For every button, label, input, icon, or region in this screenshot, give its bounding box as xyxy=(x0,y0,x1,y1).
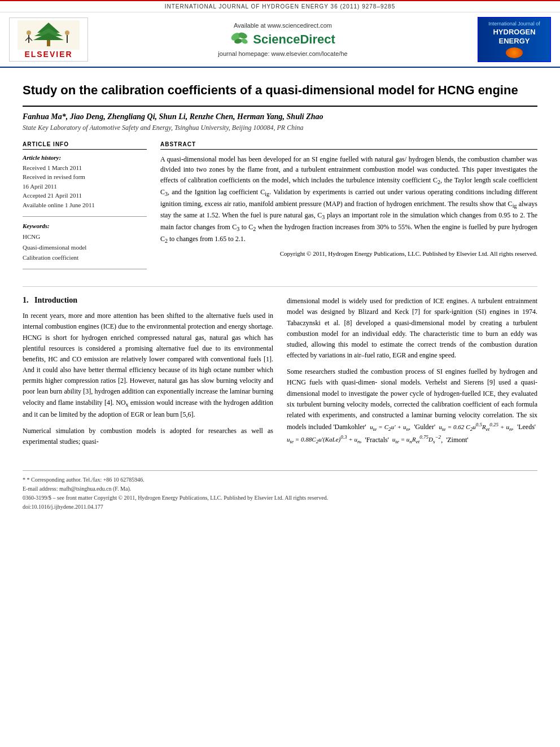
authors-line: Fanhua Ma*, Jiao Deng, Zhengliang Qi, Sh… xyxy=(23,112,537,121)
footnote-issn: 0360-3199/$ – see front matter Copyright… xyxy=(23,493,537,503)
intro-para3: dimensional model is widely used for pre… xyxy=(287,296,537,361)
body-left-column: 1. Introduction In recent years, more an… xyxy=(23,296,273,453)
section-number: 1. xyxy=(23,296,29,304)
elsevier-brand-name: ELSEVIER xyxy=(24,50,72,59)
abstract-label: ABSTRACT xyxy=(160,141,537,150)
article-history: Article history: Received 1 March 2011 R… xyxy=(23,154,147,210)
introduction-title: Introduction xyxy=(34,296,77,304)
elsevier-tree-illustration xyxy=(18,20,80,50)
abstract-text: A quasi-dimensional model has been devel… xyxy=(160,154,537,246)
journal-header: INTERNATIONAL JOURNAL OF HYDROGEN ENERGY… xyxy=(0,0,560,12)
main-content: Study on the calibration coefficients of… xyxy=(0,68,560,523)
journal-header-text: INTERNATIONAL JOURNAL OF HYDROGEN ENERGY… xyxy=(165,3,395,10)
revised-form-label: Received in revised form xyxy=(23,172,147,182)
accepted-date: Accepted 21 April 2011 xyxy=(23,191,147,200)
svg-point-9 xyxy=(65,30,69,35)
footnote-doi: doi:10.1016/j.ijhydene.2011.04.177 xyxy=(23,503,537,512)
footnote-email: E-mail address: mafh@tsinghua.edu.cn (F.… xyxy=(23,484,537,493)
journal-homepage-text: journal homepage: www.elsevier.com/locat… xyxy=(88,50,478,57)
keywords-section: Keywords: HCNG Quasi-dimensional model C… xyxy=(23,222,147,263)
formula-gulder: ute = 0.62 C2u0.5Ret0.25 + un xyxy=(439,423,512,430)
revised-date: 16 April 2011 xyxy=(23,182,147,191)
body-right-column: dimensional model is widely used for pre… xyxy=(287,296,537,453)
sciencedirect-logo: ScienceDirect xyxy=(88,31,478,48)
he-journal-title: HYDROGEN ENERGY xyxy=(483,28,546,45)
svg-point-5 xyxy=(27,30,31,35)
formula-damkohler: ute = C2u' + un xyxy=(370,423,409,430)
article-info-abstract-section: ARTICLE INFO Article history: Received 1… xyxy=(23,141,537,276)
body-two-column: 1. Introduction In recent years, more an… xyxy=(23,296,537,453)
formula-fractals: ute = unRet0.75Ds−2 xyxy=(392,436,441,443)
divider1 xyxy=(23,216,147,217)
svg-point-14 xyxy=(240,38,248,45)
footer-area: * * Corresponding author. Tel./fax: +86 … xyxy=(23,470,537,512)
keyword-hcng: HCNG xyxy=(23,231,147,242)
he-international: International Journal of xyxy=(488,21,540,27)
sciencedirect-area: Available at www.sciencedirect.com Scien… xyxy=(88,22,478,57)
received-date: Received 1 March 2011 xyxy=(23,163,147,173)
copyright-text: Copyright © 2011, Hydrogen Energy Public… xyxy=(160,249,537,259)
hydrogen-energy-cover: International Journal of HYDROGEN ENERGY xyxy=(478,17,551,62)
publisher-header: ELSEVIER Available at www.sciencedirect.… xyxy=(0,12,560,68)
keywords-heading: Keywords: xyxy=(23,222,147,229)
footnote-corresponding: * * Corresponding author. Tel./fax: +86 … xyxy=(23,475,537,484)
keyword-calibration: Calibration coefficient xyxy=(23,252,147,263)
formula-leeds: ute = 0.88C2u'(KaLe)0.3 + un xyxy=(287,436,360,443)
keyword-qd-model: Quasi-dimensional model xyxy=(23,242,147,253)
introduction-heading: 1. Introduction xyxy=(23,296,273,305)
history-heading: Article history: xyxy=(23,154,147,161)
intro-para2: Numerical simulation by combustion model… xyxy=(23,426,273,447)
sd-leaves-icon xyxy=(230,31,251,48)
article-info-column: ARTICLE INFO Article history: Received 1… xyxy=(23,141,147,276)
article-info-label: ARTICLE INFO xyxy=(23,141,147,150)
elsevier-logo-area: ELSEVIER xyxy=(9,18,88,62)
available-at-text: Available at www.sciencedirect.com xyxy=(88,22,478,29)
available-online-date: Available online 1 June 2011 xyxy=(23,200,147,210)
divider2 xyxy=(23,269,147,269)
body-content: 1. Introduction In recent years, more an… xyxy=(23,286,537,453)
article-title: Study on the calibration coefficients of… xyxy=(23,82,537,107)
intro-para1: In recent years, more and more attention… xyxy=(23,311,273,420)
intro-para4: Some researchers studied the combustion … xyxy=(287,366,537,446)
abstract-column: ABSTRACT A quasi-dimensional model has b… xyxy=(160,141,537,276)
affiliation-line: State Key Laboratory of Automotive Safet… xyxy=(23,124,537,132)
sciencedirect-text: ScienceDirect xyxy=(253,32,335,47)
